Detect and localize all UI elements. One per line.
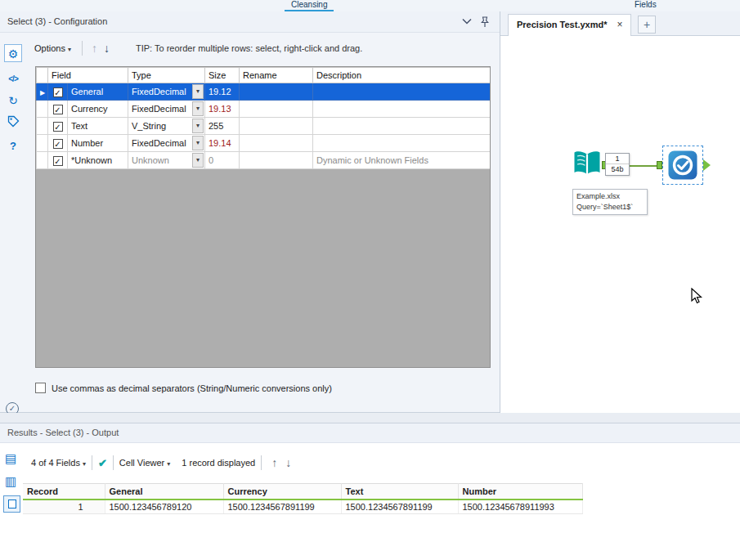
- tool-caption-box[interactable]: Example.xlsx Query=`Sheet1$`: [572, 189, 648, 215]
- field-row[interactable]: ✓TextV_String▾255: [37, 118, 491, 135]
- results-header-row: RecordGeneralCurrencyTextNumber: [23, 484, 582, 500]
- workflow-tab[interactable]: Precision Test.yxmd*×: [508, 14, 631, 36]
- results-cell[interactable]: 1500.12345678911993: [458, 500, 582, 514]
- field-name-cell[interactable]: Currency: [68, 101, 128, 118]
- input-data-tool-icon[interactable]: [571, 147, 603, 180]
- select-input-anchor[interactable]: [657, 161, 662, 169]
- field-row[interactable]: ✓*UnknownUnknown▾0Dynamic or Unknown Fie…: [37, 152, 491, 169]
- move-row-up-button[interactable]: ↑: [88, 42, 101, 55]
- field-checkbox[interactable]: ✓: [53, 87, 63, 97]
- results-column-header[interactable]: Record: [23, 484, 105, 500]
- field-description-cell[interactable]: [313, 135, 491, 152]
- field-description-cell[interactable]: [313, 83, 491, 101]
- data-quality-check-icon[interactable]: ✔: [98, 457, 107, 469]
- field-name-cell[interactable]: Text: [68, 118, 128, 135]
- field-size-cell[interactable]: 19.14: [205, 135, 240, 152]
- row-selector-cell[interactable]: [37, 152, 48, 169]
- size-column-header[interactable]: Size: [205, 68, 240, 83]
- field-enabled-cell[interactable]: ✓: [48, 101, 68, 118]
- field-checkbox[interactable]: ✓: [53, 105, 63, 114]
- ribbon-tab-cleansing[interactable]: Cleansing: [285, 0, 334, 11]
- field-checkbox[interactable]: ✓: [53, 122, 63, 132]
- tag-icon[interactable]: [4, 114, 22, 132]
- field-size-cell[interactable]: 255: [205, 118, 240, 135]
- cell-viewer-dropdown[interactable]: Cell Viewer▾: [119, 458, 170, 468]
- row-selector-cell[interactable]: ▶: [37, 83, 48, 101]
- chevron-down-icon[interactable]: [462, 18, 472, 25]
- field-size-cell[interactable]: 19.12: [205, 83, 240, 101]
- transpose-view-icon[interactable]: ▥: [5, 474, 16, 489]
- row-selector-cell[interactable]: [37, 135, 48, 152]
- field-checkbox[interactable]: ✓: [53, 156, 63, 166]
- field-rename-cell[interactable]: [240, 135, 313, 152]
- row-selector-cell[interactable]: [37, 118, 48, 135]
- results-cell[interactable]: 1500.123456789120: [105, 500, 223, 514]
- cell-view-icon[interactable]: [3, 495, 20, 513]
- field-row[interactable]: ▶✓GeneralFixedDecimal▾19.12: [37, 83, 491, 101]
- results-column-header[interactable]: Text: [341, 484, 458, 500]
- pin-icon[interactable]: [480, 16, 490, 28]
- field-size-cell[interactable]: 19.13: [205, 101, 240, 118]
- description-column-header[interactable]: Description: [313, 68, 491, 83]
- results-column-header[interactable]: Number: [458, 484, 582, 500]
- move-row-down-button[interactable]: ↓: [101, 42, 113, 55]
- field-enabled-cell[interactable]: ✓: [48, 118, 68, 135]
- type-dropdown-button[interactable]: ▾: [192, 136, 204, 150]
- field-description-cell[interactable]: Dynamic or Unknown Fields: [313, 152, 491, 169]
- results-column-header[interactable]: General: [105, 484, 223, 500]
- toolbar-separator: [113, 455, 114, 470]
- select-tool-icon[interactable]: [668, 150, 697, 180]
- field-type-cell[interactable]: FixedDecimal▾: [128, 135, 205, 152]
- decimal-separator-checkbox[interactable]: [35, 383, 46, 393]
- previous-record-button[interactable]: ↑: [267, 456, 281, 469]
- field-description-cell[interactable]: [313, 101, 491, 118]
- field-enabled-cell[interactable]: ✓: [48, 83, 68, 101]
- next-record-button[interactable]: ↓: [281, 456, 295, 469]
- field-column-header[interactable]: Field: [48, 68, 128, 83]
- ribbon-tab-fields[interactable]: Fields: [635, 0, 657, 9]
- field-row[interactable]: ✓NumberFixedDecimal▾19.14: [37, 135, 491, 152]
- field-rename-cell[interactable]: [240, 118, 313, 135]
- connection-annotation[interactable]: 1 54b: [605, 153, 630, 176]
- type-column-header[interactable]: Type: [128, 68, 205, 83]
- close-tab-icon[interactable]: ×: [617, 19, 622, 30]
- row-selector-cell[interactable]: [37, 101, 48, 118]
- rename-column-header[interactable]: Rename: [240, 68, 313, 83]
- new-tab-button[interactable]: +: [638, 16, 656, 34]
- field-type-cell[interactable]: V_String▾: [128, 118, 205, 135]
- field-checkbox[interactable]: ✓: [53, 139, 63, 149]
- fields-dropdown[interactable]: 4 of 4 Fields▾: [31, 458, 86, 468]
- field-description-cell[interactable]: [313, 118, 491, 135]
- field-name-cell[interactable]: Number: [68, 135, 128, 152]
- field-enabled-cell[interactable]: ✓: [48, 152, 68, 169]
- type-dropdown-button[interactable]: ▾: [192, 84, 204, 99]
- field-size-cell[interactable]: 0: [205, 152, 240, 169]
- results-cell[interactable]: 1500.1234567891199: [223, 500, 341, 514]
- field-name-cell[interactable]: *Unknown: [68, 152, 128, 169]
- field-rename-cell[interactable]: [240, 101, 313, 118]
- code-icon[interactable]: </>: [4, 69, 22, 87]
- results-cell[interactable]: 1: [23, 500, 105, 514]
- results-row[interactable]: 11500.1234567891201500.12345678911991500…: [23, 500, 582, 514]
- field-type-cell[interactable]: Unknown▾: [128, 152, 205, 169]
- gear-icon[interactable]: ⚙: [4, 44, 22, 62]
- workflow-canvas[interactable]: 1 54b Example.xlsx Query=`Sheet1$`: [500, 36, 740, 413]
- field-type-cell[interactable]: FixedDecimal▾: [128, 101, 205, 118]
- field-rename-cell[interactable]: [240, 83, 313, 101]
- results-column-header[interactable]: Currency: [223, 484, 341, 500]
- type-dropdown-button[interactable]: ▾: [192, 153, 204, 168]
- decimal-separator-label[interactable]: Use commas as decimal separators (String…: [52, 383, 332, 393]
- field-type-cell[interactable]: FixedDecimal▾: [128, 83, 205, 101]
- field-name-cell[interactable]: General: [68, 83, 128, 101]
- results-cell[interactable]: 1500.1234567891199: [341, 500, 458, 514]
- field-row[interactable]: ✓CurrencyFixedDecimal▾19.13: [37, 101, 491, 118]
- select-output-anchor[interactable]: [703, 159, 711, 171]
- options-button[interactable]: Options▾: [29, 41, 76, 56]
- type-dropdown-button[interactable]: ▾: [192, 119, 204, 133]
- help-icon[interactable]: ?: [4, 137, 22, 155]
- field-rename-cell[interactable]: [240, 152, 313, 169]
- table-view-icon[interactable]: ▤: [5, 451, 16, 466]
- refresh-icon[interactable]: ↻: [4, 92, 22, 110]
- field-enabled-cell[interactable]: ✓: [48, 135, 68, 152]
- type-dropdown-button[interactable]: ▾: [192, 101, 204, 116]
